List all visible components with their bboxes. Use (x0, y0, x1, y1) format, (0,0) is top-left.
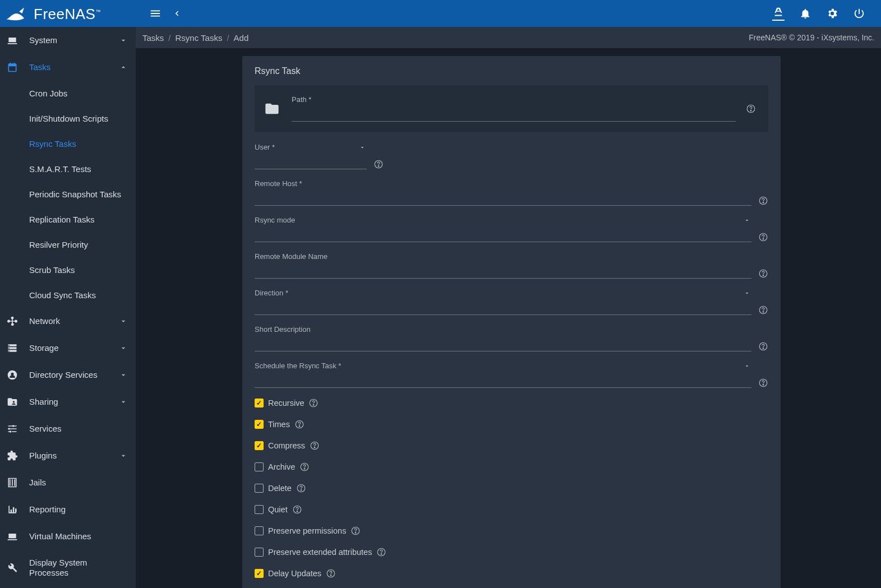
menu-icon[interactable] (149, 7, 162, 20)
times-checkbox[interactable] (255, 420, 264, 429)
user-input[interactable] (255, 154, 367, 169)
help-icon[interactable] (326, 568, 336, 578)
power-icon[interactable] (853, 7, 865, 20)
brand: FreeNAS™ (0, 2, 136, 25)
direction-select[interactable] (255, 299, 751, 315)
sidebar-item-display-system-processes[interactable]: Display System Processes (0, 550, 136, 586)
breadcrumb-item[interactable]: Rsync Tasks (176, 33, 223, 43)
checkbox-label: Recursive (268, 399, 304, 408)
contacts-icon (6, 369, 19, 381)
help-icon[interactable] (758, 378, 768, 388)
checkbox-label: Preserve extended attributes (268, 548, 372, 557)
help-icon[interactable] (373, 159, 384, 169)
sidebar-subitem-replication-tasks[interactable]: Replication Tasks (0, 207, 136, 232)
help-icon[interactable] (350, 526, 361, 536)
schedule-select[interactable] (255, 372, 751, 388)
storage-icon (6, 342, 19, 354)
sidebar-collapse-icon[interactable] (172, 8, 182, 18)
sidebar-item-label: System (29, 35, 109, 45)
sidebar-item-plugins[interactable]: Plugins (0, 442, 136, 469)
sidebar-item-label: Display System Processes (29, 558, 128, 578)
checkbox-label: Delete (268, 484, 292, 493)
sidebar-subitem-scrub-tasks[interactable]: Scrub Tasks (0, 257, 136, 283)
remote-module-label: Remote Module Name (255, 252, 751, 261)
sidebar-subitem-cron-jobs[interactable]: Cron Jobs (0, 81, 136, 106)
sidebar-item-label: Network (29, 316, 109, 326)
help-icon[interactable] (299, 462, 310, 472)
delay-updates-checkbox[interactable] (255, 569, 264, 578)
sidebar-item-tasks[interactable]: Tasks (0, 54, 136, 81)
sidebar-subitem-periodic-snapshot-tasks[interactable]: Periodic Snapshot Tasks (0, 182, 136, 207)
sidebar-item-system[interactable]: System (0, 27, 136, 54)
direction-label: Direction * (255, 289, 751, 297)
chevron-down-icon (119, 451, 128, 460)
sidebar-subitem-cloud-sync-tasks[interactable]: Cloud Sync Tasks (0, 283, 136, 308)
compress-checkbox[interactable] (255, 441, 264, 450)
notifications-icon[interactable] (799, 7, 811, 20)
archive-checkbox[interactable] (255, 462, 264, 471)
chevron-up-icon (119, 63, 128, 72)
checkbox-label: Compress (268, 441, 305, 450)
rsync-mode-select[interactable] (255, 226, 751, 242)
remote-host-input[interactable] (255, 190, 751, 206)
sidebar-subitem-s-m-a-r-t-tests[interactable]: S.M.A.R.T. Tests (0, 156, 136, 182)
build-icon (6, 562, 19, 573)
quiet-checkbox[interactable] (255, 505, 264, 514)
help-icon[interactable] (758, 305, 768, 315)
logo-icon (4, 2, 28, 25)
jail-icon (6, 477, 19, 488)
help-icon[interactable] (296, 483, 306, 493)
sidebar-item-label: Services (29, 424, 128, 434)
user-label: User * (255, 143, 367, 151)
remote-module-input[interactable] (255, 263, 751, 279)
help-icon[interactable] (308, 398, 319, 408)
settings-icon[interactable] (826, 7, 838, 20)
preserve-permissions-checkbox[interactable] (255, 526, 264, 535)
path-input[interactable] (292, 106, 736, 122)
delete-checkbox[interactable] (255, 484, 264, 493)
help-icon[interactable] (758, 196, 768, 206)
calendar-icon (6, 62, 19, 73)
sidebar-subitem-init-shutdown-scripts[interactable]: Init/Shutdown Scripts (0, 106, 136, 131)
chevron-down-icon (119, 344, 128, 353)
sidebar-item-directory-services[interactable]: Directory Services (0, 362, 136, 388)
help-icon[interactable] (758, 341, 768, 351)
checkbox-row-archive: Archive (255, 462, 768, 472)
sidebar-subitem-rsync-tasks[interactable]: Rsync Tasks (0, 131, 136, 156)
sidebar-item-label: Virtual Machines (29, 531, 128, 541)
subheader: Tasks / Rsync Tasks / Add FreeNAS® © 201… (136, 27, 881, 48)
sidebar-subitem-resilver-priority[interactable]: Resilver Priority (0, 232, 136, 257)
checkbox-row-preserve-permissions: Preserve permissions (255, 526, 768, 536)
format-icon (772, 6, 785, 18)
chevron-down-icon (119, 371, 128, 379)
short-desc-input[interactable] (255, 336, 751, 351)
copyright: FreeNAS® © 2019 - iXsystems, Inc. (749, 33, 874, 42)
help-icon[interactable] (310, 441, 320, 451)
checkbox-label: Quiet (268, 505, 288, 514)
sidebar-item-jails[interactable]: Jails (0, 469, 136, 496)
form-card: Rsync Task Path * (242, 56, 781, 588)
checkbox-row-times: Times (255, 419, 768, 429)
sidebar-item-sharing[interactable]: Sharing (0, 388, 136, 415)
help-icon[interactable] (294, 419, 305, 429)
rsync-mode-label: Rsync mode (255, 216, 751, 224)
sidebar-item-storage[interactable]: Storage (0, 335, 136, 362)
tune-icon (6, 423, 19, 434)
sidebar-item-label: Directory Services (29, 370, 109, 380)
help-icon[interactable] (376, 547, 386, 557)
preserve-extended-attributes-checkbox[interactable] (255, 548, 264, 557)
sidebar-item-network[interactable]: Network (0, 308, 136, 335)
help-icon[interactable] (758, 268, 768, 279)
breadcrumb-item[interactable]: Tasks (142, 33, 164, 43)
help-icon[interactable] (746, 104, 756, 114)
help-icon[interactable] (292, 504, 302, 515)
theme-button[interactable] (772, 6, 785, 21)
sidebar-item-services[interactable]: Services (0, 415, 136, 442)
sidebar-item-reporting[interactable]: Reporting (0, 496, 136, 523)
checkbox-label: Archive (268, 462, 295, 471)
sidebar-item-label: Tasks (29, 62, 109, 72)
breadcrumb: Tasks / Rsync Tasks / Add (142, 33, 248, 43)
sidebar-item-virtual-machines[interactable]: Virtual Machines (0, 523, 136, 550)
recursive-checkbox[interactable] (255, 399, 264, 408)
help-icon[interactable] (758, 232, 768, 242)
